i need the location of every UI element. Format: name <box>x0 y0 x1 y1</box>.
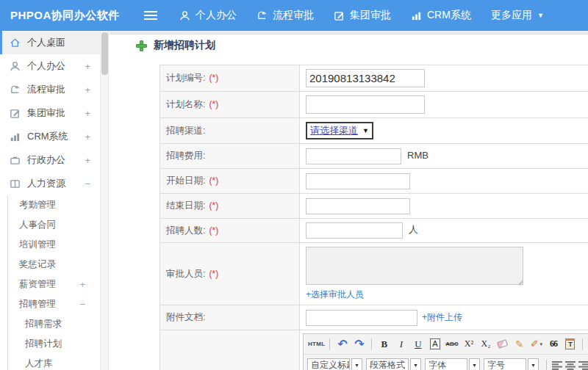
topnav-workflow-approval[interactable]: 流程审批 <box>257 9 314 22</box>
bar-chart-icon <box>10 131 21 142</box>
font-size-combo[interactable]: 字号 ▼ <box>484 358 539 370</box>
sidebar-subitem-recruitment[interactable]: 招聘管理− <box>8 294 100 314</box>
home-icon <box>10 37 21 48</box>
plan-name-input[interactable] <box>306 95 425 114</box>
strikethrough-button[interactable]: ABC <box>444 336 459 352</box>
toolbar-separator <box>329 338 330 350</box>
expand-icon[interactable]: + <box>85 155 90 166</box>
brush-button[interactable]: ✎ <box>512 336 527 352</box>
paragraph-format-combo[interactable]: 段落格式 ▼ <box>366 358 421 370</box>
format-painter-button[interactable]: ✐▾ <box>528 336 544 352</box>
align-right-icon <box>578 361 588 370</box>
topnav-label: 更多应用 <box>491 9 532 22</box>
channel-select[interactable]: 请选择渠道 ▼ <box>306 122 373 139</box>
field-label: 计划编号: <box>166 73 205 83</box>
add-plus-icon <box>136 40 147 51</box>
align-left-icon <box>552 361 562 370</box>
sidebar-item-group-approval[interactable]: 集团审批 + <box>0 101 100 125</box>
superscript-button[interactable]: X² <box>461 336 476 352</box>
collapse-icon[interactable]: − <box>79 299 85 310</box>
remove-format-button[interactable] <box>495 336 510 352</box>
start-date-input[interactable] <box>306 173 410 189</box>
expand-icon[interactable]: + <box>79 279 85 290</box>
border-text-button[interactable]: A <box>430 338 440 349</box>
font-family-combo[interactable]: 字体 ▼ <box>425 358 480 370</box>
sidebar-item-label: 人力资源 <box>27 177 65 190</box>
form-row-fee: 招聘费用: RMB <box>160 144 588 169</box>
approvers-textarea[interactable] <box>306 247 523 285</box>
sidebar-item-admin-office[interactable]: 行政办公 + <box>0 148 100 172</box>
hr-submenu: 考勤管理 人事合同 培训管理 奖惩记录 薪资管理+ 招聘管理− 招聘需求 招聘计… <box>7 195 100 370</box>
sidebar-item-human-resources[interactable]: 人力资源 − <box>0 172 100 195</box>
subscript-button[interactable]: X₂ <box>478 336 493 352</box>
align-center-icon <box>565 361 576 370</box>
align-right-button[interactable] <box>578 361 588 370</box>
scrollbar-thumb[interactable] <box>101 32 108 75</box>
sidebar-subitem-salary[interactable]: 薪资管理+ <box>8 275 100 294</box>
expand-icon[interactable]: + <box>85 84 90 95</box>
sidebar-subitem-talent-pool[interactable]: 人才库 <box>8 354 100 370</box>
sidebar-subitem-rewards[interactable]: 奖惩记录 <box>8 255 100 275</box>
expand-icon[interactable]: + <box>85 131 90 142</box>
sidebar-subitem-attendance[interactable]: 考勤管理 <box>8 195 100 215</box>
form-row-start-date: 开始日期:(*) <box>160 169 588 194</box>
topnav-label: 个人办公 <box>196 9 237 22</box>
headcount-input[interactable] <box>306 222 403 239</box>
topnav-group-approval[interactable]: 集团审批 <box>334 9 391 22</box>
recruitment-submenu: 招聘需求 招聘计划 人才库 <box>8 314 100 370</box>
sidebar-subitem-recruit-demand[interactable]: 招聘需求 <box>8 314 100 334</box>
bold-button[interactable]: B <box>376 336 392 352</box>
fee-input[interactable] <box>306 148 401 164</box>
expand-icon[interactable]: + <box>85 108 90 119</box>
required-marker: (*) <box>209 99 218 109</box>
form-row-end-date: 结束日期:(*) <box>160 194 588 219</box>
sidebar-subitem-recruit-plan[interactable]: 招聘计划 <box>8 334 100 354</box>
caret-down-icon[interactable]: ▼ <box>351 358 362 370</box>
topnav-label: 集团审批 <box>350 9 391 22</box>
align-left-button[interactable] <box>552 361 562 370</box>
clipboard-icon: T <box>565 338 575 349</box>
sidebar-item-workflow-approval[interactable]: 流程审批 + <box>0 78 100 101</box>
subitem-label: 招聘管理 <box>19 298 56 311</box>
sidebar-subitem-hr-contract[interactable]: 人事合同 <box>8 215 100 235</box>
custom-heading-combo[interactable]: 自定义标题 ▼ <box>307 358 362 370</box>
caret-down-icon[interactable]: ▼ <box>528 358 539 370</box>
subitem-label: 培训管理 <box>19 239 56 251</box>
paste-button[interactable]: T <box>562 336 578 352</box>
required-marker: (*) <box>209 200 218 211</box>
expand-icon[interactable]: + <box>85 61 90 72</box>
sidebar-subitem-training[interactable]: 培训管理 <box>8 235 100 255</box>
topnav-label: CRM系统 <box>427 9 471 22</box>
redo-button[interactable]: ↷ <box>351 336 367 352</box>
subitem-label: 招聘计划 <box>25 338 62 350</box>
topnav-personal-office[interactable]: 个人办公 <box>179 9 237 22</box>
topnav-more-apps[interactable]: 更多应用 ▼ <box>491 9 544 22</box>
sidebar-item-personal-desktop[interactable]: 个人桌面 <box>0 31 100 54</box>
caret-down-icon[interactable]: ▼ <box>410 358 421 370</box>
html-source-button[interactable]: HTML <box>308 336 325 352</box>
collapse-icon[interactable]: − <box>85 178 90 189</box>
align-center-button[interactable] <box>565 361 576 370</box>
menu-toggle-icon[interactable] <box>144 9 157 22</box>
attachment-input[interactable] <box>306 310 417 326</box>
select-approvers-link[interactable]: +选择审批人员 <box>306 289 364 301</box>
undo-button[interactable]: ↶ <box>334 336 350 352</box>
sidebar-item-label: 集团审批 <box>27 106 65 120</box>
underline-button[interactable]: U <box>410 336 426 352</box>
sidebar-item-personal-office[interactable]: 个人办公 + <box>0 54 100 78</box>
sidebar-scrollbar[interactable] <box>100 31 109 370</box>
blockquote-button[interactable]: 66 <box>545 336 561 352</box>
field-label: 审批人员: <box>166 269 205 279</box>
end-date-input[interactable] <box>306 198 410 214</box>
field-label: 开始日期: <box>166 175 205 186</box>
editor-toolbar-row2: 自定义标题 ▼ 段落格式 ▼ 字体 ▼ 字号 ▼ <box>304 355 588 370</box>
attachment-upload-link[interactable]: +附件上传 <box>422 311 462 324</box>
flow-icon <box>10 84 21 95</box>
topnav-crm-system[interactable]: CRM系统 <box>411 9 471 22</box>
app-window: { "app": { "logo": "PHPOA协同办公软件" }, "top… <box>0 0 588 370</box>
caret-down-icon[interactable]: ▼ <box>469 358 480 370</box>
italic-button[interactable]: I <box>393 336 409 352</box>
plan-number-input[interactable] <box>306 69 425 87</box>
field-label: 附件文档: <box>166 312 205 322</box>
sidebar-item-crm-system[interactable]: CRM系统 + <box>0 125 100 148</box>
